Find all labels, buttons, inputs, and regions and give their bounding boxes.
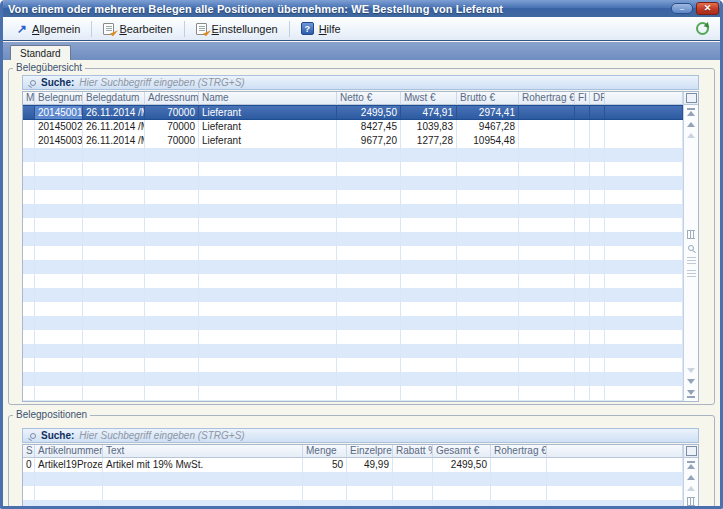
scroll-up-page-icon[interactable] [687, 486, 695, 491]
column-header-name[interactable]: Name [199, 92, 337, 105]
close-button[interactable]: ✕ [696, 2, 719, 15]
column-header-brutto[interactable]: Brutto € [457, 92, 519, 105]
cell-belegdatum[interactable]: 26.11.2014 /Mi [83, 134, 145, 148]
cell-fi[interactable] [575, 120, 590, 134]
cell-belegnummer[interactable]: 20145001 [35, 106, 83, 119]
column-header-text[interactable]: Text [103, 445, 303, 458]
cell-gesamt[interactable]: 2499,50 [433, 458, 491, 472]
grid-view-icon[interactable] [687, 497, 695, 506]
scroll-to-bottom-icon[interactable] [687, 390, 695, 398]
menu-allgemein[interactable]: ↗ Allgemein [8, 20, 89, 38]
table-row[interactable]: 20145003 26.11.2014 /Mi 70000 Lieferant … [23, 134, 683, 148]
table-row[interactable]: 20145002 26.11.2014 /Mi 70000 Lieferant … [23, 120, 683, 134]
empty-cell [519, 302, 575, 316]
column-header-belegdatum[interactable]: Belegdatum [83, 92, 145, 105]
refresh-icon[interactable] [696, 22, 709, 35]
cell-name[interactable]: Lieferant [199, 120, 337, 134]
cell-netto[interactable]: 8427,45 [337, 120, 401, 134]
cell-dr[interactable] [590, 134, 605, 148]
column-header-rabatt[interactable]: Rabatt % [393, 445, 433, 458]
cell-belegdatum[interactable]: 26.11.2014 /Mi [83, 106, 145, 119]
cell-adressnummer[interactable]: 70000 [145, 120, 199, 134]
column-header-mwst[interactable]: Mwst € [401, 92, 457, 105]
cell-fi[interactable] [575, 134, 590, 148]
column-header-dr[interactable]: DR [590, 92, 605, 105]
belegpositionen-search[interactable]: Suche: Hier Suchbegriff eingeben (STRG+S… [22, 428, 699, 443]
cell-belegnummer[interactable]: 20145003 [35, 134, 83, 148]
column-header-s[interactable]: S [23, 445, 35, 458]
cell-brutto[interactable]: 10954,48 [457, 134, 519, 148]
cell-fi[interactable] [575, 106, 590, 119]
empty-cell [393, 500, 433, 506]
column-header-belegnummer[interactable]: Belegnummer [35, 92, 83, 105]
scroll-to-top-icon[interactable] [687, 108, 695, 116]
cell-name[interactable]: Lieferant [199, 134, 337, 148]
tab-standard[interactable]: Standard [10, 45, 71, 60]
sort-az-icon[interactable] [687, 257, 696, 264]
cell-belegdatum[interactable]: 26.11.2014 /Mi [83, 120, 145, 134]
column-header-fi[interactable]: FI [575, 92, 590, 105]
column-header-einzelpreis[interactable]: Einzelpreis € [347, 445, 393, 458]
cell-menge[interactable]: 50 [303, 458, 347, 472]
cell-m[interactable] [23, 134, 35, 148]
menu-bearbeiten[interactable]: Bearbeiten [94, 20, 181, 38]
scroll-to-top-icon[interactable] [687, 461, 695, 469]
position-row[interactable]: 0 Artikel19Prozent Artikel mit 19% MwSt.… [23, 458, 683, 472]
column-header-netto[interactable]: Netto € [337, 92, 401, 105]
cell-artikelnummer[interactable]: Artikel19Prozent [35, 458, 103, 472]
menu-hilfe[interactable]: ? Hilfe [292, 19, 350, 38]
cell-m[interactable] [23, 106, 35, 119]
cell-m[interactable] [23, 120, 35, 134]
cell-netto[interactable]: 9677,20 [337, 134, 401, 148]
minimize-button[interactable]: – [671, 3, 693, 14]
empty-cell [519, 372, 575, 386]
cell-rohertrag[interactable] [519, 106, 575, 119]
scroll-down-icon[interactable] [687, 379, 695, 384]
scroll-up-page-icon[interactable] [687, 133, 695, 138]
scroll-up-icon[interactable] [687, 122, 695, 127]
cell-netto[interactable]: 2499,50 [337, 106, 401, 119]
menu-einstellungen[interactable]: Einstellungen [187, 20, 287, 38]
cell-rohertrag[interactable] [519, 134, 575, 148]
column-header-m[interactable]: M [23, 92, 35, 105]
grid-view-icon[interactable] [687, 230, 695, 239]
cell-mwst[interactable]: 1277,28 [401, 134, 457, 148]
cell-mwst[interactable]: 1039,83 [401, 120, 457, 134]
cell-belegnummer[interactable]: 20145002 [35, 120, 83, 134]
cell-brutto[interactable]: 2974,41 [457, 106, 519, 119]
column-chooser-icon[interactable] [687, 94, 696, 102]
empty-cell [590, 302, 605, 316]
cell-einzelpreis[interactable]: 49,99 [347, 458, 393, 472]
empty-cell [590, 260, 605, 274]
empty-cell [547, 500, 683, 506]
scroll-down-page-icon[interactable] [687, 368, 695, 373]
sort-za-icon[interactable] [687, 270, 696, 277]
cell-dr[interactable] [590, 106, 605, 119]
cell-rohertrag[interactable] [519, 120, 575, 134]
cell-name[interactable]: Lieferant [199, 106, 337, 119]
column-header-menge[interactable]: Menge [303, 445, 347, 458]
cell-rohertrag[interactable] [491, 458, 547, 472]
table-row-selected[interactable]: 20145001 26.11.2014 /Mi 70000 Lieferant … [23, 105, 683, 120]
column-header-rohertrag[interactable]: Rohertrag € [519, 92, 575, 105]
cell-dr[interactable] [590, 120, 605, 134]
empty-cell [457, 316, 519, 330]
column-header-artikelnummer[interactable]: Artikelnummer [35, 445, 103, 458]
column-chooser-icon[interactable] [687, 447, 696, 455]
tab-strip: Standard [0, 42, 723, 60]
cell-adressnummer[interactable]: 70000 [145, 106, 199, 119]
cell-rabatt[interactable] [393, 458, 433, 472]
cell-mwst[interactable]: 474,91 [401, 106, 457, 119]
scroll-up-icon[interactable] [687, 475, 695, 480]
zoom-icon[interactable] [688, 245, 694, 251]
beleguebersicht-search[interactable]: Suche: Hier Suchbegriff eingeben (STRG+S… [22, 75, 699, 90]
cell-adressnummer[interactable]: 70000 [145, 134, 199, 148]
cell-text[interactable]: Artikel mit 19% MwSt. [103, 458, 303, 472]
column-header-rohertrag[interactable]: Rohertrag € [491, 445, 547, 458]
cell-s[interactable]: 0 [23, 458, 35, 472]
title-bar[interactable]: Von einem oder mehreren Belegen alle Pos… [0, 0, 723, 17]
column-header-gesamt[interactable]: Gesamt € [433, 445, 491, 458]
column-header-adressnumm[interactable]: Adressnumm [145, 92, 199, 105]
cell-brutto[interactable]: 9467,28 [457, 120, 519, 134]
search-icon [30, 80, 36, 86]
